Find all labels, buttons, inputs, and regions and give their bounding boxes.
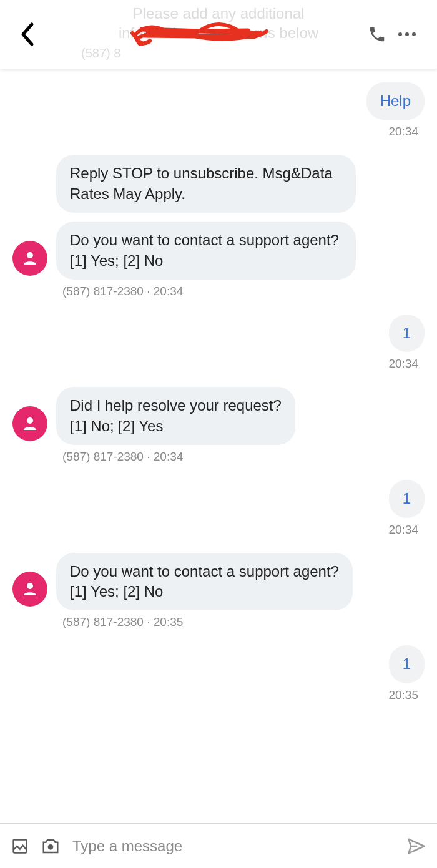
svg-point-2 [27, 583, 33, 589]
sender-meta: (587) 817-2380 · 20:34 [56, 285, 183, 298]
message-bubble[interactable]: Do you want to contact a support agent? … [56, 222, 356, 280]
send-icon [407, 837, 426, 856]
svg-point-4 [48, 844, 54, 849]
message-timestamp: 20:34 [154, 285, 184, 298]
sender-avatar[interactable] [12, 406, 47, 441]
message-outgoing: 1 20:35 [12, 645, 425, 701]
person-icon [21, 249, 39, 268]
svg-rect-3 [14, 839, 27, 852]
call-button[interactable] [362, 19, 392, 49]
image-icon [11, 837, 29, 855]
sender-avatar[interactable] [12, 572, 47, 607]
message-bubble[interactable]: Do you want to contact a support agent? … [56, 553, 353, 611]
contact-name-redacted [40, 21, 362, 48]
message-bubble[interactable]: Did I help resolve your request? [1] No;… [56, 387, 295, 445]
sender-number: (587) 817-2380 [62, 450, 144, 463]
message-timestamp: 20:34 [382, 125, 425, 139]
gallery-button[interactable] [11, 837, 29, 855]
message-timestamp: 20:34 [382, 357, 425, 371]
svg-point-0 [27, 252, 33, 258]
message-timestamp: 20:35 [382, 688, 425, 702]
person-icon [21, 414, 39, 433]
message-list: Help 20:34 Reply STOP to unsubscribe. Ms… [0, 69, 437, 823]
message-bubble[interactable]: 1 [389, 645, 425, 683]
message-incoming-group: Reply STOP to unsubscribe. Msg&Data Rate… [12, 155, 425, 298]
message-outgoing: Help 20:34 [12, 82, 425, 139]
message-bubble[interactable]: 1 [389, 315, 425, 352]
camera-button[interactable] [41, 837, 60, 855]
message-outgoing: 1 20:34 [12, 480, 425, 536]
redaction-scribble [129, 16, 273, 53]
message-bubble[interactable]: Help [366, 82, 425, 120]
sender-number: (587) 817-2380 [62, 285, 144, 298]
message-timestamp: 20:35 [154, 615, 184, 628]
back-button[interactable] [15, 22, 40, 47]
message-input[interactable] [72, 837, 395, 855]
more-options-button[interactable] [392, 19, 422, 49]
message-input-bar [0, 823, 437, 868]
more-icon [398, 32, 416, 36]
sender-number: (587) 817-2380 [62, 615, 144, 628]
back-icon [19, 22, 36, 47]
message-outgoing: 1 20:34 [12, 315, 425, 371]
sender-meta: (587) 817-2380 · 20:35 [56, 615, 183, 629]
sender-avatar[interactable] [12, 241, 47, 276]
phone-icon [368, 25, 386, 44]
camera-icon [41, 837, 60, 855]
message-timestamp: 20:34 [382, 523, 425, 537]
svg-point-1 [27, 417, 33, 424]
person-icon [21, 580, 39, 598]
message-bubble[interactable]: Reply STOP to unsubscribe. Msg&Data Rate… [56, 155, 356, 213]
message-bubble[interactable]: 1 [389, 480, 425, 517]
conversation-header: Please add any additional information or… [0, 0, 437, 69]
message-timestamp: 20:34 [154, 450, 184, 463]
sender-meta: (587) 817-2380 · 20:34 [56, 450, 183, 464]
message-incoming-group: Do you want to contact a support agent? … [12, 553, 425, 630]
message-incoming-group: Did I help resolve your request? [1] No;… [12, 387, 425, 464]
send-button[interactable] [407, 837, 426, 856]
